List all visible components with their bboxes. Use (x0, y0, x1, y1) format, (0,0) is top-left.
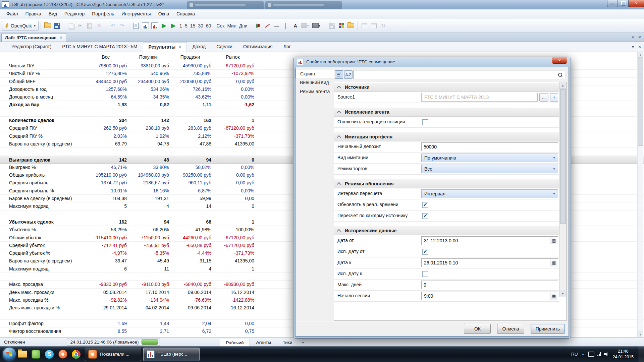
source-field[interactable]: РТС 5 МИНУТ С МАРТА 2013 (421, 93, 538, 102)
menu-item-editor[interactable]: Редактор (61, 9, 88, 19)
scroll-thumb[interactable] (560, 89, 566, 224)
workspace-tab-ticks[interactable]: тики (277, 339, 298, 347)
split-window-button[interactable] (360, 21, 369, 31)
tab-income[interactable]: Доход (187, 42, 211, 51)
save-template-button[interactable] (327, 21, 337, 31)
close-button[interactable]: ✕ (629, 0, 644, 7)
ok-button[interactable]: ОК (464, 324, 491, 334)
open-file-button[interactable] (43, 21, 52, 31)
property-grid-scrollbar[interactable]: ▲ ▼ (559, 82, 566, 297)
taskbar-green-app-button[interactable] (29, 348, 43, 361)
candlestick-tool-button[interactable] (253, 21, 263, 31)
timeframe-1[interactable]: 1 (178, 23, 183, 28)
scroll-up-icon[interactable]: ▲ (559, 82, 566, 89)
calendar-button[interactable] (550, 259, 557, 266)
unit-seconds[interactable]: Сек (215, 23, 226, 28)
browse-source-button[interactable]: ... (539, 93, 548, 102)
calendar-button[interactable] (550, 237, 557, 244)
maximize-button[interactable] (618, 0, 629, 7)
property-checkbox[interactable] (422, 202, 428, 208)
taskbar-skype-button[interactable]: S (43, 348, 56, 361)
timeframe-30[interactable]: 30 (197, 23, 205, 28)
tab-lab-rts[interactable]: Лаб: !РТС совмещение ✕ (1, 33, 66, 42)
redo-button[interactable]: ↷ (117, 21, 127, 31)
chart-style-button[interactable] (337, 21, 346, 31)
tile-window-button[interactable] (369, 21, 379, 31)
dialog-tab-appearance[interactable]: Внешний вид (296, 78, 334, 87)
column-header-market[interactable]: Рынок (211, 52, 254, 62)
volume-tray-icon[interactable] (604, 352, 609, 356)
workspace-tab-agents[interactable]: Агенты (251, 339, 277, 347)
workspace-tab-working[interactable]: Рабочий (220, 339, 250, 347)
property-date-input[interactable]: 31.12.2013 0:00 (421, 236, 558, 245)
paste-button[interactable] (85, 21, 94, 31)
scroll-thumb[interactable] (638, 58, 643, 146)
close-tab-icon[interactable]: ✕ (178, 43, 181, 52)
property-dropdown[interactable]: Интервал▼ (421, 189, 558, 198)
properties-search-input[interactable] (354, 70, 558, 79)
tab-results[interactable]: Результаты ✕ (143, 42, 187, 52)
tab-optimization[interactable]: Оптимизация (238, 42, 278, 51)
tab-trades[interactable]: Сделки (211, 42, 238, 51)
categorized-view-button[interactable] (335, 70, 343, 79)
taskbar-chrome-button[interactable] (69, 348, 83, 361)
tab-editor-script[interactable]: Редактор (Скрипт) (6, 42, 57, 51)
tab-list-chevron-icon[interactable]: ▾ (632, 45, 634, 49)
apply-button[interactable]: Применить (531, 324, 565, 334)
save-button[interactable] (52, 21, 62, 31)
display-tray-icon[interactable] (588, 352, 594, 357)
timeframe-5[interactable]: 5 (183, 23, 189, 28)
scroll-down-icon[interactable]: ▼ (638, 331, 643, 337)
property-dropdown[interactable]: Все▼ (421, 165, 558, 173)
section-header[interactable]: Исполнение агента (334, 108, 559, 117)
dialog-close-button[interactable]: ✕ (552, 57, 567, 64)
alphabetical-view-button[interactable]: A-Z (344, 70, 353, 79)
add-source-button[interactable]: + (550, 93, 558, 102)
open-template-button[interactable] (346, 21, 356, 31)
tab-data-series[interactable]: РТС 5 МИНУТ С МАРТА 2013:-:5М (57, 42, 143, 51)
run-button[interactable]: ▶ (159, 21, 169, 31)
scroll-up-icon[interactable]: ▲ (638, 52, 643, 58)
language-indicator[interactable]: RU (571, 352, 578, 357)
unit-minutes[interactable]: Мин (226, 23, 237, 28)
section-header[interactable]: Источники (334, 83, 559, 92)
column-header-sells[interactable]: Продажи (169, 52, 211, 62)
menu-item-tools[interactable]: Инструменты (118, 9, 154, 19)
taskbar-clock[interactable]: 21:46 24.01.2015 (612, 349, 634, 360)
menu-item-portfolio[interactable]: Портфель (88, 9, 118, 19)
property-date-input[interactable]: 26.01.2015 0:10 (421, 258, 558, 267)
property-checkbox[interactable] (422, 119, 428, 125)
property-checkbox[interactable] (422, 249, 428, 255)
trend-line-tool-button[interactable] (263, 21, 272, 31)
taskbar-window-pokazateli[interactable]: Показатели ... (85, 348, 141, 361)
calendar-button[interactable] (550, 292, 557, 300)
dialog-tab-agent-mode[interactable]: Режим агента (296, 87, 334, 96)
menu-item-help[interactable]: Справка (173, 9, 199, 19)
section-header[interactable]: Имитация портфеля (334, 132, 559, 141)
section-header[interactable]: Исторические данные (334, 226, 559, 235)
cut-button[interactable]: ✂ (75, 21, 85, 31)
text-tool-button[interactable]: A (291, 21, 300, 31)
chart-button[interactable] (141, 21, 150, 31)
close-strip-icon[interactable]: ✕ (638, 45, 641, 49)
copy-button[interactable] (66, 21, 75, 31)
tab-log[interactable]: Лог (278, 42, 296, 51)
dialog-tab-script[interactable]: Скрипт (296, 69, 334, 78)
column-header-buys[interactable]: Покупки (127, 52, 169, 62)
network-tray-icon[interactable] (597, 352, 601, 356)
property-date-input[interactable]: 9:00 (421, 292, 558, 300)
undo-button[interactable]: ↶ (108, 21, 117, 31)
script-editor-button[interactable] (131, 21, 141, 31)
close-tab-icon[interactable]: ✕ (59, 36, 62, 40)
add-workspace-tab-button[interactable]: + (299, 339, 307, 347)
menu-item-view[interactable]: Вид (45, 9, 61, 19)
show-hidden-icons-button[interactable]: ▲ (582, 353, 585, 356)
timeframe-60[interactable]: 60 (205, 23, 213, 28)
results-scrollbar[interactable]: ▲ ▼ (637, 52, 643, 337)
connection-selector[interactable]: OpenQuik ▾ (2, 21, 39, 31)
indicator-dropdown-button[interactable]: ▾ (300, 21, 310, 31)
close-strip-icon[interactable]: ✕ (638, 35, 641, 40)
show-desktop-button[interactable] (639, 346, 644, 362)
property-text-input[interactable] (421, 281, 558, 289)
taskbar-explorer-button[interactable] (16, 348, 29, 361)
